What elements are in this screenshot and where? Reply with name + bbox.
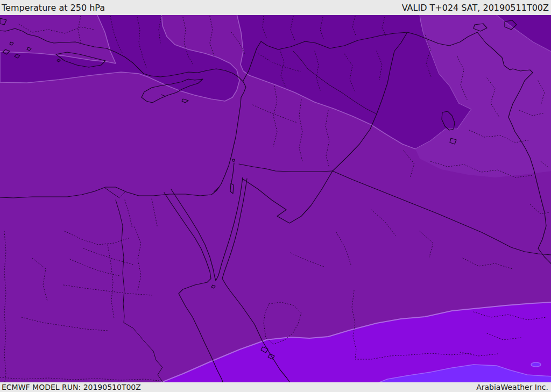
model-run-label: ECMWF MODEL RUN: 20190510T00Z xyxy=(2,383,141,391)
contour-blob-warmest xyxy=(531,362,541,367)
valid-time-label: VALID T+024 SAT, 20190511T00Z xyxy=(402,3,549,13)
footer-bar: ECMWF MODEL RUN: 20190510T00Z ArabiaWeat… xyxy=(0,382,551,392)
weather-map-window: Temperature at 250 hPa VALID T+024 SAT, … xyxy=(0,0,551,392)
temperature-map xyxy=(0,15,551,382)
title-bar: Temperature at 250 hPa VALID T+024 SAT, … xyxy=(0,0,551,15)
brand-label: ArabiaWeather Inc. xyxy=(476,383,548,391)
map-title: Temperature at 250 hPa xyxy=(2,3,105,13)
